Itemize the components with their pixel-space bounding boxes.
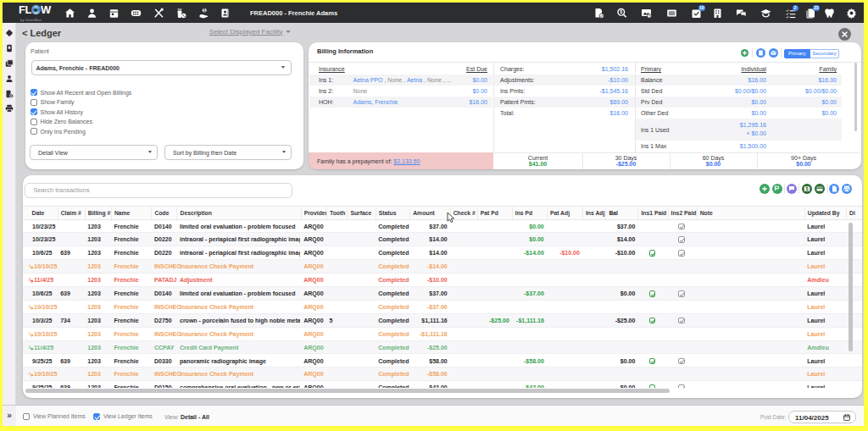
- svg-text:$: $: [203, 8, 205, 13]
- svg-text:$: $: [806, 185, 809, 191]
- svg-text:$: $: [620, 9, 622, 14]
- svg-text:$: $: [11, 94, 13, 97]
